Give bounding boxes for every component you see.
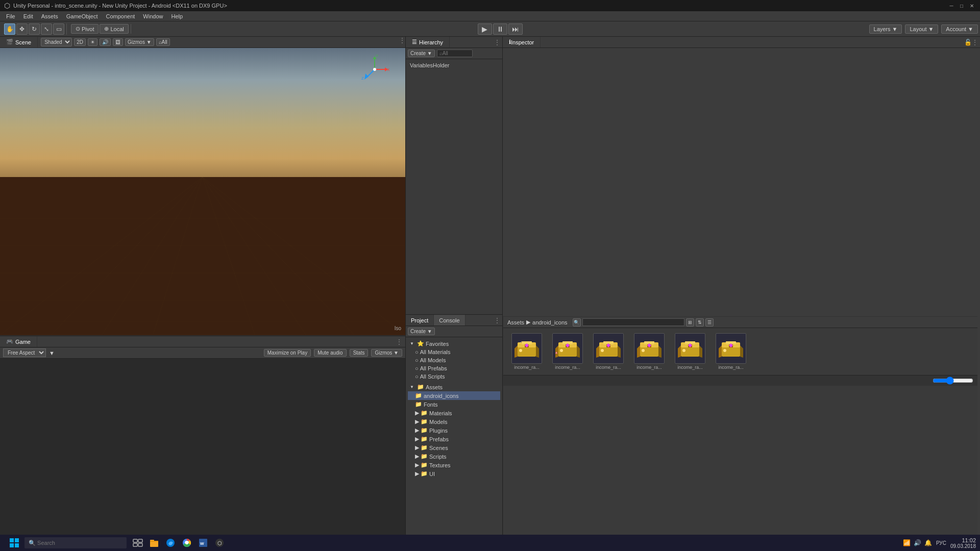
maximize-on-play-button[interactable]: Maximize on Play bbox=[264, 349, 311, 357]
hierarchy-tab[interactable]: ☰ Hierarchy bbox=[406, 37, 450, 47]
scene-panel-menu[interactable]: ⋮ bbox=[399, 37, 405, 47]
close-button[interactable]: ✕ bbox=[968, 2, 976, 10]
play-button[interactable]: ▶ bbox=[478, 23, 492, 35]
assets-search-input[interactable] bbox=[582, 318, 684, 326]
asset-item[interactable]: income_ra... bbox=[549, 333, 586, 370]
hierarchy-panel-menu[interactable]: ⋮ bbox=[494, 39, 500, 46]
console-tab[interactable]: Console bbox=[434, 315, 465, 325]
all-prefabs-item[interactable]: ○ All Prefabs bbox=[408, 364, 500, 372]
menu-file[interactable]: File bbox=[2, 12, 19, 20]
menu-edit[interactable]: Edit bbox=[19, 12, 37, 20]
taskbar-app-edge[interactable] bbox=[163, 536, 178, 550]
toolbar-right: Layers ▼ Layout ▼ Account ▼ bbox=[869, 24, 978, 34]
game-viewport[interactable] bbox=[0, 359, 405, 535]
sound-icon[interactable]: 🔊 bbox=[914, 539, 921, 546]
game-panel-menu[interactable]: ⋮ bbox=[396, 338, 402, 345]
hand-tool-button[interactable]: ✋ bbox=[4, 23, 15, 35]
hierarchy-panel: ☰ Hierarchy ⋮ Create ▼ VariablesHolder bbox=[406, 37, 502, 315]
favorites-folder[interactable]: ⭐ Favorites bbox=[408, 339, 500, 348]
layers-dropdown[interactable]: Layers ▼ bbox=[869, 24, 902, 34]
project-panel-menu[interactable]: ⋮ bbox=[494, 317, 500, 324]
search-icon[interactable]: 🔍 bbox=[573, 318, 581, 327]
svg-rect-78 bbox=[138, 539, 142, 542]
project-create-button[interactable]: Create ▼ bbox=[408, 328, 435, 335]
materials-item[interactable]: ▶ 📁 Materials bbox=[408, 409, 500, 417]
audio-toggle[interactable]: 🔊 bbox=[100, 38, 111, 46]
ui-item[interactable]: ▶ 📁 UI bbox=[408, 469, 500, 478]
assets-folder[interactable]: 📁 Assets bbox=[408, 383, 500, 391]
pivot-button[interactable]: ⊙ Pivot bbox=[71, 24, 99, 34]
maximize-button[interactable]: □ bbox=[958, 2, 966, 10]
move-tool-button[interactable]: ✥ bbox=[16, 23, 28, 35]
svg-point-87 bbox=[185, 541, 188, 544]
shading-mode-select[interactable]: Shaded bbox=[41, 38, 72, 46]
sort-icon[interactable]: ⇅ bbox=[696, 318, 704, 327]
search-all-button[interactable]: ⌕All bbox=[156, 38, 170, 46]
windows-start-button[interactable] bbox=[4, 536, 24, 550]
gizmo-svg: Y X Z bbox=[359, 54, 390, 85]
layout-dropdown[interactable]: Layout ▼ bbox=[905, 24, 938, 34]
plugins-item[interactable]: ▶ 📁 Plugins bbox=[408, 426, 500, 435]
scale-tool-button[interactable]: ⤡ bbox=[41, 23, 52, 35]
asset-item[interactable]: income_ra... bbox=[631, 333, 668, 370]
breadcrumb-root[interactable]: Assets bbox=[507, 319, 524, 325]
hierarchy-search-input[interactable] bbox=[437, 49, 473, 57]
title-bar: ⬡ Unity Personal - intro_scene.unity - N… bbox=[0, 0, 980, 11]
scene-tab[interactable]: 🎬 Scene bbox=[0, 37, 38, 47]
taskbar-task-view[interactable] bbox=[131, 536, 145, 550]
asset-item[interactable]: income_ra... bbox=[590, 333, 627, 370]
game-tab[interactable]: 🎮 Game bbox=[0, 336, 37, 347]
2d-toggle[interactable]: 2D bbox=[74, 38, 86, 46]
toggle-view-icon[interactable]: ⊞ bbox=[686, 318, 694, 327]
scenes-item[interactable]: ▶ 📁 Scenes bbox=[408, 443, 500, 452]
notification-icon[interactable]: 🔔 bbox=[924, 539, 932, 546]
asset-item[interactable]: income_ra... bbox=[672, 333, 708, 370]
gizmos-button[interactable]: Gizmos ▼ bbox=[125, 38, 154, 46]
account-dropdown[interactable]: Account ▼ bbox=[941, 24, 978, 34]
inspector-tab[interactable]: ℹ Inspector bbox=[503, 37, 541, 47]
asset-item[interactable]: income_ra... bbox=[508, 333, 545, 370]
network-icon[interactable]: 📶 bbox=[903, 539, 911, 546]
taskbar-app-chrome[interactable] bbox=[180, 536, 194, 550]
rect-tool-button[interactable]: ▭ bbox=[53, 23, 64, 35]
prefabs-item[interactable]: ▶ 📁 Prefabs bbox=[408, 435, 500, 443]
all-materials-item[interactable]: ○ All Materials bbox=[408, 348, 500, 356]
step-button[interactable]: ⏭ bbox=[508, 23, 523, 35]
zoom-slider[interactable] bbox=[933, 377, 973, 385]
stats-button[interactable]: Stats bbox=[350, 349, 369, 357]
all-models-item[interactable]: ○ All Models bbox=[408, 356, 500, 364]
inspector-lock-icon[interactable]: 🔓 bbox=[964, 39, 972, 46]
game-gizmos-button[interactable]: Gizmos ▼ bbox=[371, 349, 402, 357]
aspect-ratio-select[interactable]: Free Aspect bbox=[3, 348, 46, 357]
filter-icon[interactable]: ☰ bbox=[705, 318, 714, 327]
hierarchy-create-button[interactable]: Create ▼ bbox=[408, 49, 435, 57]
taskbar-app-word[interactable]: W bbox=[196, 536, 210, 550]
project-tab[interactable]: Project bbox=[406, 315, 434, 325]
local-button[interactable]: ⊕ Local bbox=[100, 24, 128, 34]
effects-toggle[interactable]: 🖼 bbox=[113, 38, 123, 46]
textures-item[interactable]: ▶ 📁 Textures bbox=[408, 461, 500, 469]
scripts-item[interactable]: ▶ 📁 Scripts bbox=[408, 452, 500, 461]
lighting-toggle[interactable]: ☀ bbox=[88, 38, 97, 46]
mute-audio-button[interactable]: Mute audio bbox=[314, 349, 346, 357]
taskbar-app-unity[interactable]: ⬡ bbox=[212, 536, 227, 550]
scene-viewport[interactable]: Y X Z Iso bbox=[0, 48, 405, 335]
models-item[interactable]: ▶ 📁 Models bbox=[408, 417, 500, 426]
inspector-panel-menu[interactable]: ⋮ bbox=[972, 39, 978, 46]
all-scripts-item[interactable]: ○ All Scripts bbox=[408, 372, 500, 381]
fonts-item[interactable]: 📁 Fonts bbox=[408, 400, 500, 409]
menu-assets[interactable]: Assets bbox=[37, 12, 62, 20]
menu-gameobject[interactable]: GameObject bbox=[62, 12, 102, 20]
menu-component[interactable]: Component bbox=[102, 12, 139, 20]
minimize-button[interactable]: ─ bbox=[947, 2, 955, 10]
asset-item[interactable]: income_ra... bbox=[713, 333, 749, 370]
taskbar-app-explorer[interactable] bbox=[147, 536, 161, 550]
hierarchy-item-variablesholder[interactable]: VariablesHolder bbox=[408, 61, 500, 69]
android-icons-item[interactable]: 📁 android_icons bbox=[408, 391, 500, 400]
pause-button[interactable]: ⏸ bbox=[493, 23, 507, 35]
menu-window[interactable]: Window bbox=[139, 12, 167, 20]
menu-help[interactable]: Help bbox=[167, 12, 187, 20]
taskbar-search-input[interactable] bbox=[24, 537, 127, 548]
rotate-tool-button[interactable]: ↻ bbox=[29, 23, 40, 35]
breadcrumb-current[interactable]: android_icons bbox=[532, 319, 568, 325]
